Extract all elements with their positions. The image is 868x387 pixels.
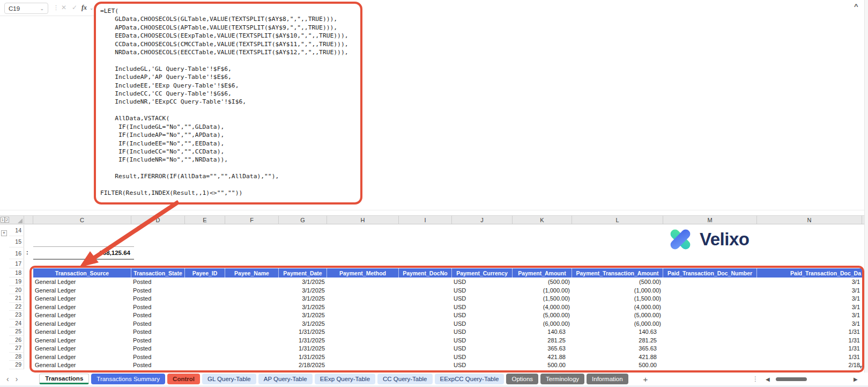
cell-C24[interactable]: General Ledger xyxy=(33,319,131,328)
scroll-down-icon[interactable]: ▼ xyxy=(858,364,863,370)
column-header-M[interactable]: M xyxy=(663,216,757,224)
table-header-cell-payment-transaction-amount[interactable]: Payment_Transaction_Amount xyxy=(572,268,663,278)
cell-C28[interactable]: General Ledger xyxy=(33,353,131,361)
cell-G27[interactable]: 1/31/2025 xyxy=(279,344,327,353)
cell-D21[interactable]: Posted xyxy=(131,294,185,303)
column-header-J[interactable]: J xyxy=(452,216,513,224)
cell-G29[interactable]: 2/18/2025 xyxy=(279,361,327,369)
cell-K20[interactable]: (1,000.00) xyxy=(513,286,572,295)
column-header-K[interactable]: K xyxy=(513,216,572,224)
column-header-B-sliver[interactable] xyxy=(24,216,33,224)
cell-C26[interactable]: General Ledger xyxy=(33,336,131,345)
cell-K25[interactable]: 140.63 xyxy=(513,327,572,336)
row-header-16[interactable]: 16 xyxy=(9,247,24,259)
column-header-N[interactable]: N xyxy=(757,216,862,224)
cell-C22[interactable]: General Ledger xyxy=(33,303,131,311)
table-header-cell-payment-date[interactable]: Payment_Date xyxy=(279,268,327,278)
sheet-tab-transactions-summary[interactable]: Transactions Summary xyxy=(91,374,165,384)
cell-K22[interactable]: (4,000.00) xyxy=(513,303,572,311)
row-header-27[interactable]: 27 xyxy=(9,344,24,353)
cell-J26[interactable]: USD xyxy=(452,336,513,345)
vertical-scrollbar[interactable] xyxy=(864,0,868,373)
row-header-28[interactable]: 28 xyxy=(9,353,24,361)
cell-K29[interactable]: 500.00 xyxy=(513,361,572,369)
row-header-19[interactable]: 19 xyxy=(9,278,24,286)
row-header-23[interactable]: 23 xyxy=(9,311,24,319)
sheet-tab-gl-query-table[interactable]: GL Query-Table xyxy=(202,374,256,384)
row-header-14[interactable]: 14 xyxy=(9,225,24,236)
cell-J23[interactable]: USD xyxy=(452,311,513,319)
cancel-icon[interactable]: ✕ xyxy=(61,4,66,11)
cell-G28[interactable]: 1/31/2025 xyxy=(279,353,327,361)
cell-G20[interactable]: 3/1/2025 xyxy=(279,286,327,295)
row-header-22[interactable]: 22 xyxy=(9,303,24,311)
cell-L29[interactable]: 500.00 xyxy=(572,361,663,369)
cell-D24[interactable]: Posted xyxy=(131,319,185,328)
cell-J20[interactable]: USD xyxy=(452,286,513,295)
cell-C29[interactable]: General Ledger xyxy=(33,361,131,369)
sheet-tab-ap-query-table[interactable]: AP Query-Table xyxy=(258,374,313,384)
row-header-20[interactable]: 20 xyxy=(9,286,24,295)
sheet-tab-eexp-query-table[interactable]: EExp Query-Table xyxy=(315,374,375,384)
cell-G23[interactable]: 3/1/2025 xyxy=(279,311,327,319)
column-header-E[interactable]: E xyxy=(185,216,225,224)
table-header-cell-payment-currency[interactable]: Payment_Currency xyxy=(452,268,513,278)
cell-J28[interactable]: USD xyxy=(452,353,513,361)
select-all-button[interactable] xyxy=(9,216,24,224)
name-box[interactable]: C19 ⌄ xyxy=(4,3,48,14)
cell-J19[interactable]: USD xyxy=(452,278,513,286)
sheet-tab-transactions[interactable]: Transactions xyxy=(39,374,89,384)
cell-J22[interactable]: USD xyxy=(452,303,513,311)
cell-J21[interactable]: USD xyxy=(452,294,513,303)
cell-L19[interactable]: (500.00) xyxy=(572,278,663,286)
add-sheet-button[interactable]: + xyxy=(643,375,648,384)
column-header-H[interactable]: H xyxy=(327,216,399,224)
cell-K26[interactable]: 281.25 xyxy=(513,336,572,345)
formula-input[interactable]: =LET( GLData,CHOOSECOLS(GLTable,VALUE(TE… xyxy=(96,4,360,197)
sheet-nav-right-icon[interactable]: › xyxy=(16,375,18,383)
cell-G26[interactable]: 1/31/2025 xyxy=(279,336,327,345)
cell-N29[interactable]: 2/18 xyxy=(757,361,862,369)
cell-N22[interactable]: 3/1 xyxy=(757,303,862,311)
cell-D22[interactable]: Posted xyxy=(131,303,185,311)
tab-scroll-right-icon[interactable]: ▶ xyxy=(854,373,858,385)
cell-L28[interactable]: 421.88 xyxy=(572,353,663,361)
cell-G19[interactable]: 3/1/2025 xyxy=(279,278,327,286)
cell-N27[interactable]: 1/31 xyxy=(757,344,862,353)
tab-overflow-menu-icon[interactable]: ⋮ xyxy=(752,373,759,385)
column-header-L[interactable]: L xyxy=(572,216,663,224)
row-header-21[interactable]: 21 xyxy=(9,294,24,303)
sheet-nav-left-icon[interactable]: ‹ xyxy=(6,375,9,383)
collapse-formula-bar-icon[interactable]: ^ xyxy=(854,2,858,10)
table-header-cell-paid-transaction-doc-da[interactable]: Paid_Transaction_Doc_Da xyxy=(757,268,862,278)
cell-C19[interactable]: General Ledger xyxy=(33,278,131,286)
cell-G21[interactable]: 3/1/2025 xyxy=(279,294,327,303)
row-header-25[interactable]: 25 xyxy=(9,327,24,336)
cell-N23[interactable]: 3/1 xyxy=(757,311,862,319)
cell-C25[interactable]: General Ledger xyxy=(33,327,131,336)
outline-expand-button[interactable]: + xyxy=(1,230,7,236)
column-header-G[interactable]: G xyxy=(279,216,327,224)
cell-G25[interactable]: 1/31/2025 xyxy=(279,327,327,336)
cell-K19[interactable]: (500.00) xyxy=(513,278,572,286)
cell-D19[interactable]: Posted xyxy=(131,278,185,286)
column-header-D[interactable]: D xyxy=(131,216,185,224)
row-header-17[interactable]: 17 xyxy=(9,259,24,268)
cell-G22[interactable]: 3/1/2025 xyxy=(279,303,327,311)
insert-function-icon[interactable]: fx xyxy=(81,4,87,12)
column-header-I[interactable]: I xyxy=(399,216,452,224)
cell-N28[interactable]: 1/31 xyxy=(757,353,862,361)
outline-level-1-button[interactable]: 1 xyxy=(1,217,5,223)
cell-J25[interactable]: USD xyxy=(452,327,513,336)
cell-K28[interactable]: 421.88 xyxy=(513,353,572,361)
row-header-18[interactable]: 18 xyxy=(9,268,24,278)
table-header-cell-transaction-source[interactable]: Transaction_Source xyxy=(33,268,131,278)
cell-N25[interactable]: 1/31 xyxy=(757,327,862,336)
table-header-cell-payment-docno[interactable]: Payment_DocNo xyxy=(399,268,452,278)
cell-L24[interactable]: (6,000.00) xyxy=(572,319,663,328)
cell-L25[interactable]: 140.63 xyxy=(572,327,663,336)
sheet-tab-control[interactable]: Control xyxy=(167,374,200,384)
table-header-cell-transaction-state[interactable]: Transaction_State xyxy=(131,268,185,278)
cell-D28[interactable]: Posted xyxy=(131,353,185,361)
enter-icon[interactable]: ✓ xyxy=(72,4,77,11)
